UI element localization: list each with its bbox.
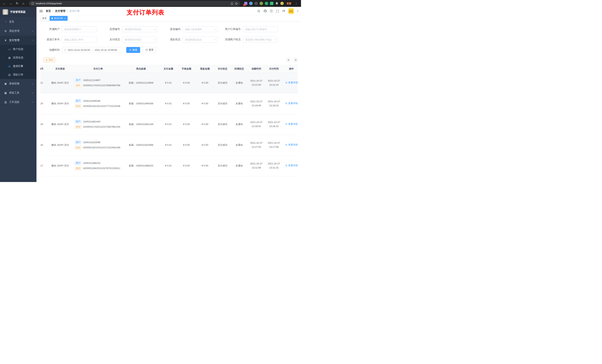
create-time-cell: 2021-10-2713:11:08 (247, 155, 265, 176)
github-icon[interactable] (264, 10, 267, 13)
extension-check-icon[interactable]: ✓ (265, 2, 268, 5)
chevron-down-icon (32, 101, 33, 103)
share-icon[interactable] (230, 2, 233, 5)
url-text[interactable]: localhost:1024/pay/order (36, 2, 229, 5)
chevron-down-icon (32, 30, 33, 32)
yen-icon: ¥ (4, 39, 7, 42)
pay-no: 4200001181202110277723215336 (83, 104, 120, 108)
tag-home[interactable]: 首页 (40, 16, 49, 21)
monitor-icon: ▣ (4, 82, 7, 85)
app-logo[interactable]: 芋道管理系统 (0, 7, 36, 17)
search-icon (129, 49, 131, 51)
browser-profile-avatar[interactable] (280, 2, 284, 5)
font-size-icon[interactable]: TT (282, 10, 285, 13)
refresh-table-button[interactable] (293, 57, 298, 62)
logo-avatar (3, 9, 8, 15)
extension-icon-dark[interactable] (254, 2, 258, 5)
channel-cell: 微信 JSAPI 支付 (47, 114, 74, 135)
sidebar-item-devtools[interactable]: ▩ 研发工具 (0, 88, 36, 97)
channel-cell: 微信 JSAPI 支付 (47, 155, 74, 176)
merchant-order-no-input[interactable] (243, 26, 278, 32)
column-header: 编号 (40, 65, 47, 73)
sidebar-item-refund-order[interactable]: ▤ 退款订单 (0, 71, 36, 79)
action-cell (283, 176, 298, 181)
table-row: 118微信 JSAPI 支付商户1635311823086支付420000116… (40, 135, 298, 155)
browser-forward-button[interactable]: → (8, 1, 13, 6)
date-end: 2021-10-31 23:59:59 (95, 49, 117, 52)
breadcrumb: 首页 / 支付管理 / 支付订单 (46, 10, 80, 13)
pay-order-cell: 商户1635311881440支付42000011732021102728479… (74, 114, 123, 135)
toggle-search-button[interactable] (286, 57, 291, 62)
pay-no: 4200001167202110271022491439 (83, 146, 120, 150)
refund-status-select[interactable] (183, 37, 218, 42)
breadcrumb-home[interactable]: 首页 (46, 10, 51, 13)
notify-cell (231, 176, 247, 181)
help-icon[interactable]: ? (270, 10, 273, 13)
browser-update-button[interactable]: 更新 (285, 2, 292, 5)
channel-code-select[interactable] (183, 26, 218, 32)
sidebar-item-app-info[interactable]: ▦ 应用信息 (0, 53, 36, 62)
notify-status-select[interactable] (243, 37, 278, 42)
view-detail-link[interactable]: 查看详情 (285, 101, 298, 105)
fullscreen-icon[interactable] (276, 10, 279, 13)
hamburger-menu-icon[interactable] (39, 10, 43, 12)
sidebar-item-system[interactable]: ⚙ 系统管理 (0, 26, 36, 36)
browser-reload-button[interactable]: ↻ (14, 1, 20, 6)
site-info-icon[interactable] (31, 2, 34, 5)
export-button[interactable]: 导出 (43, 57, 55, 62)
merchant-no: 1635311949168 (83, 99, 100, 103)
sidebar-item-home[interactable]: ◔ 首页 (0, 17, 36, 26)
pay-status-select[interactable] (122, 37, 157, 42)
browser-home-button[interactable]: ⌂ (21, 1, 26, 6)
extension-chat-icon[interactable] (270, 2, 273, 5)
browser-back-button[interactable]: ← (2, 1, 7, 6)
sidebar-item-infrastructure[interactable]: ▣ 基础设施 (0, 79, 36, 88)
sidebar-item-merchant-info[interactable]: ▭ 商户信息 (0, 45, 36, 53)
channel-cell: 微信 JSAPI 支付 (47, 135, 74, 155)
date-range-picker[interactable]: 2021-10-01 00:00:00 - 2021-10-31 23:59:5… (62, 47, 123, 53)
amount-cell: ¥ 0.01 (160, 155, 177, 176)
view-detail-link[interactable]: 查看详情 (285, 143, 298, 147)
app-no-select[interactable] (122, 26, 157, 32)
extensions-puzzle-icon[interactable] (275, 2, 279, 5)
extension-icon-olive[interactable] (259, 2, 263, 5)
pay-no: 4200001194202110276752100612 (83, 166, 120, 170)
payment-submenu: ▭ 商户信息 ▦ 应用信息 ◎ 支付订单 ▤ 退款订单 (0, 45, 36, 79)
sidebar-item-workflow[interactable]: ▥ 工作流程 (0, 97, 36, 107)
fee-cell: ¥ 0.00 (177, 114, 196, 135)
bookmark-star-icon[interactable] (235, 2, 238, 5)
view-detail-link[interactable]: 查看详情 (285, 81, 298, 85)
order-id-cell: 119 (40, 114, 47, 135)
field-label: 应用编号 (104, 28, 122, 31)
sidebar-item-label: 支付订单 (13, 64, 23, 68)
sidebar-item-pay-order[interactable]: ◎ 支付订单 (0, 62, 36, 71)
search-button[interactable]: 搜索 (126, 47, 140, 53)
tag-pay-order[interactable]: 支付订单 × (50, 16, 68, 21)
sidebar-item-payment[interactable]: ¥ 支付管理 (0, 36, 36, 45)
extension-icon-counter[interactable]: 10 (244, 2, 247, 5)
address-bar[interactable]: localhost:1024/pay/order (29, 1, 240, 6)
search-icon[interactable] (257, 10, 260, 13)
fee-cell: ¥ 0.00 (177, 73, 196, 93)
reset-button[interactable]: 重置 (142, 47, 156, 53)
merchant-input[interactable] (62, 26, 97, 32)
extension-icon-blue[interactable] (249, 2, 253, 5)
date-start: 2021-10-01 00:00:00 (68, 49, 90, 52)
refund-cell: ¥ 0.00 (196, 73, 214, 93)
merchant-no: 1635312124657 (83, 78, 100, 82)
view-detail-link[interactable]: 查看详情 (285, 122, 298, 126)
merchant-badge: 商户 (75, 99, 82, 103)
close-icon[interactable]: × (64, 17, 66, 20)
user-avatar[interactable] (288, 8, 294, 14)
title-cell: 标题：1635312124656 (123, 73, 160, 93)
chevron-up-icon (32, 40, 33, 42)
dashboard-icon: ◔ (4, 20, 7, 23)
fee-cell: ¥ 0.00 (177, 93, 196, 114)
browser-menu-icon[interactable]: ⋮ (294, 2, 298, 5)
view-detail-link[interactable]: 查看详情 (285, 164, 298, 167)
caret-down-icon[interactable] (297, 10, 298, 11)
app-shell: 芋道管理系统 ◔ 首页 ⚙ 系统管理 ¥ 支付管理 (0, 7, 301, 182)
channel-order-no-input[interactable] (62, 37, 97, 42)
pay-badge: 支付 (75, 104, 82, 108)
breadcrumb-payment[interactable]: 支付管理 (55, 10, 65, 13)
